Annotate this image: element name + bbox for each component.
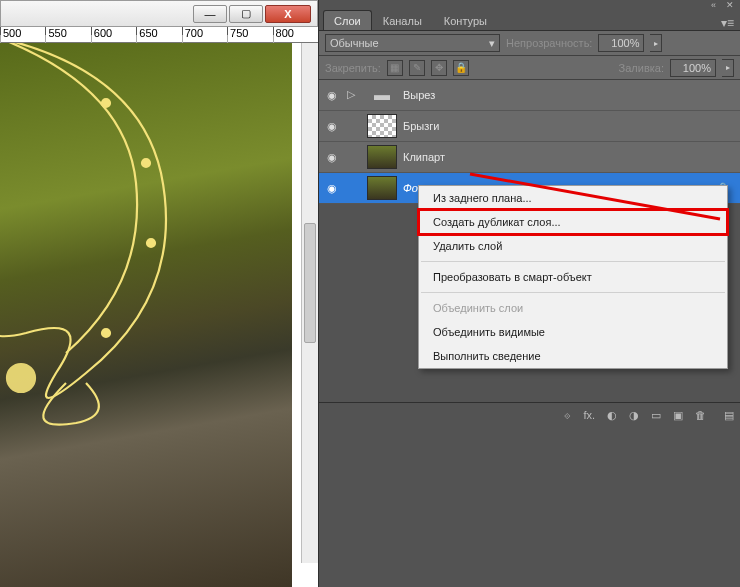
minimize-button[interactable]: —: [193, 5, 227, 23]
ctx-label: Объединить слои: [433, 302, 523, 314]
tab-channels[interactable]: Каналы: [372, 10, 433, 30]
tab-paths[interactable]: Контуры: [433, 10, 498, 30]
tab-label: Слои: [334, 15, 361, 27]
tab-label: Каналы: [383, 15, 422, 27]
lock-move-icon[interactable]: ✥: [431, 60, 447, 76]
ctx-label: Из заднего плана...: [433, 192, 532, 204]
adjustment-icon[interactable]: ◑: [629, 409, 639, 422]
ruler-tick: 700: [182, 27, 227, 43]
visibility-toggle[interactable]: ◉: [323, 86, 341, 104]
ruler-tick: 750: [227, 27, 272, 43]
layer-row[interactable]: ◉ Брызги: [319, 111, 740, 142]
menu-separator: [421, 261, 725, 262]
new-group-icon[interactable]: ▭: [651, 409, 661, 422]
lock-brush-icon[interactable]: ✎: [409, 60, 425, 76]
opacity-slider-toggle[interactable]: ▸: [650, 34, 662, 52]
ctx-merge-layers: Объединить слои: [419, 296, 727, 320]
vertical-scrollbar[interactable]: [301, 43, 318, 563]
layer-thumbnail: [367, 145, 397, 169]
svg-point-3: [102, 329, 110, 337]
scrollbar-thumb[interactable]: [304, 223, 316, 343]
panel-tabs: Слои Каналы Контуры ▾≡: [319, 9, 740, 31]
fx-icon[interactable]: fx.: [583, 409, 595, 421]
ruler-tick: 650: [136, 27, 181, 43]
link-layers-icon[interactable]: ⟐: [564, 409, 571, 421]
menu-separator: [421, 292, 725, 293]
fill-value: 100%: [683, 62, 711, 74]
fill-label: Заливка:: [619, 62, 664, 74]
ctx-from-background[interactable]: Из заднего плана...: [419, 186, 727, 210]
mask-icon[interactable]: ◐: [607, 409, 617, 422]
new-layer-icon[interactable]: ▣: [673, 409, 683, 422]
layers-bottom-bar: ⟐ fx. ◐ ◑ ▭ ▣ 🗑 ▤: [319, 402, 740, 427]
panel-menu-icon[interactable]: ▾≡: [721, 16, 734, 30]
ctx-flatten[interactable]: Выполнить сведение: [419, 344, 727, 368]
ornament-overlay: [0, 43, 256, 453]
lock-label: Закрепить:: [325, 62, 381, 74]
fill-input[interactable]: 100%: [670, 59, 716, 77]
ctx-label: Преобразовать в смарт-объект: [433, 271, 592, 283]
ruler-tick: 800: [273, 27, 318, 43]
disclosure-triangle[interactable]: ▷: [347, 88, 361, 102]
svg-point-4: [7, 364, 35, 392]
ctx-label: Создать дубликат слоя...: [433, 216, 561, 228]
lock-fill-row: Закрепить: ▦ ✎ ✥ 🔒 Заливка: 100% ▸: [319, 56, 740, 80]
ctx-delete-layer[interactable]: Удалить слой: [419, 234, 727, 258]
ctx-convert-smart-object[interactable]: Преобразовать в смарт-объект: [419, 265, 727, 289]
canvas-image: [0, 43, 292, 587]
layer-name[interactable]: Вырез: [403, 89, 736, 101]
close-icon: X: [284, 8, 291, 20]
tab-layers[interactable]: Слои: [323, 10, 372, 30]
titlebar: — ▢ X: [0, 0, 318, 27]
horizontal-ruler[interactable]: 500 550 600 650 700 750 800: [0, 27, 318, 43]
panel-options-icon[interactable]: ▤: [724, 409, 734, 422]
ctx-merge-visible[interactable]: Объединить видимые: [419, 320, 727, 344]
fill-slider-toggle[interactable]: ▸: [722, 59, 734, 77]
lock-pixels-icon[interactable]: ▦: [387, 60, 403, 76]
ruler-tick: 550: [45, 27, 90, 43]
layer-thumbnail: [367, 176, 397, 200]
delete-layer-icon[interactable]: 🗑: [695, 409, 706, 421]
collapse-icon[interactable]: «: [711, 0, 716, 10]
blend-mode-value: Обычные: [330, 37, 379, 49]
svg-point-0: [102, 99, 110, 107]
opacity-input[interactable]: 100%: [598, 34, 644, 52]
visibility-toggle[interactable]: ◉: [323, 179, 341, 197]
tab-label: Контуры: [444, 15, 487, 27]
canvas[interactable]: [0, 43, 318, 587]
layer-thumbnail: [367, 114, 397, 138]
layer-row[interactable]: ◉ ▷ ▬ Вырез: [319, 80, 740, 111]
opacity-value: 100%: [611, 37, 639, 49]
ctx-label: Удалить слой: [433, 240, 502, 252]
layer-name[interactable]: Клипарт: [403, 151, 736, 163]
panel-top-strip: « ✕: [319, 0, 740, 9]
maximize-button[interactable]: ▢: [229, 5, 263, 23]
ctx-label: Объединить видимые: [433, 326, 545, 338]
layer-row[interactable]: ◉ Клипарт: [319, 142, 740, 173]
close-button[interactable]: X: [265, 5, 311, 23]
visibility-toggle[interactable]: ◉: [323, 117, 341, 135]
minimize-icon: —: [205, 8, 216, 20]
ctx-label: Выполнить сведение: [433, 350, 541, 362]
ruler-tick: 500: [0, 27, 45, 43]
document-window: — ▢ X 500 550 600 650 700 750 800: [0, 0, 318, 587]
layer-name[interactable]: Брызги: [403, 120, 736, 132]
folder-icon: ▬: [367, 83, 397, 107]
ruler-tick: 600: [91, 27, 136, 43]
opacity-label: Непрозрачность:: [506, 37, 592, 49]
panel-close-icon[interactable]: ✕: [726, 0, 734, 10]
blend-opacity-row: Обычные ▾ Непрозрачность: 100% ▸: [319, 31, 740, 56]
blend-mode-select[interactable]: Обычные ▾: [325, 34, 500, 52]
svg-point-1: [142, 159, 150, 167]
maximize-icon: ▢: [241, 7, 251, 20]
lock-all-icon[interactable]: 🔒: [453, 60, 469, 76]
layer-context-menu: Из заднего плана... Создать дубликат сло…: [418, 185, 728, 369]
svg-point-2: [147, 239, 155, 247]
ctx-duplicate-layer[interactable]: Создать дубликат слоя...: [419, 210, 727, 234]
chevron-down-icon: ▾: [489, 37, 495, 50]
visibility-toggle[interactable]: ◉: [323, 148, 341, 166]
